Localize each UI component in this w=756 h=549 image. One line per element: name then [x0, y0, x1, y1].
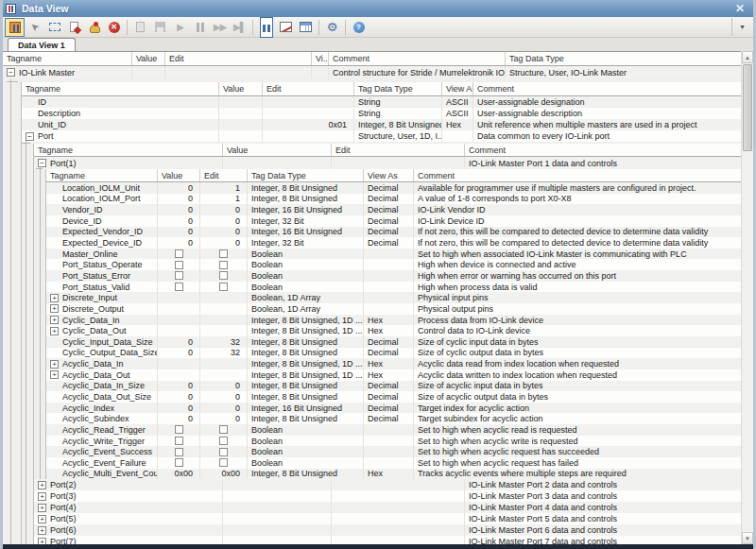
- table-row[interactable]: +Cyclic_Data_In Integer, 8 Bit Unsigned,…: [46, 315, 741, 326]
- table-row[interactable]: Cyclic_Output_Data_Size 0 32 Integer, 8 …: [46, 348, 741, 359]
- expand-icon[interactable]: +: [38, 526, 46, 535]
- table-row[interactable]: Acyclic_Event_Success Boolean Set to hig…: [46, 446, 741, 457]
- edit-cell[interactable]: [332, 157, 465, 169]
- edit-cell[interactable]: [200, 282, 248, 293]
- expand-icon[interactable]: +: [38, 538, 46, 544]
- scroll-up-icon[interactable]: ▲: [742, 51, 753, 63]
- table-row[interactable]: +Port(6) IO-Link Master Port 6 data and …: [34, 524, 741, 536]
- edit-cell[interactable]: [200, 270, 248, 282]
- edit-cell[interactable]: 0: [200, 204, 248, 215]
- table-row[interactable]: Acyclic_Event_Failure Boolean Set to hig…: [46, 457, 741, 469]
- edit-cell[interactable]: [200, 358, 248, 369]
- data-grid-view-button[interactable]: [256, 18, 276, 37]
- checkbox[interactable]: [175, 261, 183, 269]
- expand-icon[interactable]: +: [38, 515, 46, 523]
- table-row[interactable]: ID String ASCII User-assignable designat…: [22, 96, 741, 108]
- edit-cell[interactable]: [332, 513, 465, 524]
- table-row[interactable]: Acyclic_Write_Trigger Boolean Set to hig…: [46, 436, 741, 447]
- edit-cell[interactable]: 0: [200, 391, 248, 403]
- checkbox[interactable]: [175, 437, 183, 445]
- table-row[interactable]: +Port(4) IO-Link Master Port 4 data and …: [34, 502, 741, 513]
- table-row[interactable]: Acyclic_Multi_Event_Count 0x00 0x00 Inte…: [46, 469, 741, 480]
- edit-cell[interactable]: [332, 524, 465, 536]
- new-document-button[interactable]: [130, 18, 150, 37]
- table-row[interactable]: +Port(3) IO-Link Master Port 3 data and …: [34, 490, 741, 502]
- collapse-icon[interactable]: −: [26, 132, 34, 141]
- table-row[interactable]: Acyclic_Subindex 0 0 Integer, 8 Bit Unsi…: [46, 413, 741, 424]
- table-row[interactable]: Acyclic_Data_In_Size 0 0 Integer, 8 Bit …: [46, 381, 741, 392]
- table-row[interactable]: +Port(7) IO-Link Master Port 7 data and …: [34, 536, 741, 544]
- edit-cell[interactable]: 0: [200, 403, 248, 414]
- edit-cell[interactable]: [200, 292, 248, 303]
- table-row[interactable]: +Acyclic_Data_Out Integer, 8 Bit Unsigne…: [46, 369, 741, 381]
- edit-cell[interactable]: [200, 249, 248, 260]
- edit-cell[interactable]: 32: [200, 348, 248, 359]
- expand-icon[interactable]: +: [38, 481, 46, 489]
- checkbox[interactable]: [219, 283, 228, 291]
- table-row[interactable]: Vendor_ID 0 0 Integer, 16 Bit Unsigned D…: [46, 204, 741, 215]
- expand-icon[interactable]: +: [38, 504, 46, 512]
- table-row[interactable]: Acyclic_Index 0 0 Integer, 16 Bit Unsign…: [46, 403, 741, 414]
- table-row[interactable]: Port_Status_Error Boolean High when erro…: [46, 270, 741, 282]
- table-row[interactable]: +Discrete_Output Boolean, 1D Array Physi…: [46, 303, 741, 315]
- tab-data-view-1[interactable]: Data View 1: [8, 38, 76, 51]
- settings-button[interactable]: ⚙: [322, 18, 342, 37]
- table-row[interactable]: +Port(5) IO-Link Master Port 5 data and …: [34, 513, 741, 524]
- edit-cell[interactable]: 0: [200, 237, 248, 249]
- skip-to-end-button[interactable]: ▶▌: [230, 18, 249, 37]
- table-row[interactable]: Description String ASCII User-assignable…: [22, 108, 741, 119]
- table-row[interactable]: Master_Online Boolean Set to high when a…: [46, 249, 741, 260]
- stop-button[interactable]: ✕: [104, 18, 124, 37]
- edit-cell[interactable]: [263, 96, 354, 108]
- edit-cell[interactable]: [200, 303, 248, 315]
- table-row[interactable]: Location_IOLM_Port 0 1 Integer, 8 Bit Un…: [46, 194, 741, 205]
- data-view-button[interactable]: [5, 18, 25, 37]
- scroll-down-icon[interactable]: ▼: [742, 532, 753, 544]
- edit-cell[interactable]: [332, 502, 465, 513]
- checkbox[interactable]: [219, 437, 228, 445]
- edit-cell[interactable]: [200, 259, 248, 270]
- scrollbar-thumb[interactable]: [743, 64, 752, 151]
- edit-cell[interactable]: 1: [200, 182, 248, 194]
- play-button[interactable]: ▶: [170, 18, 190, 37]
- checkbox[interactable]: [175, 271, 183, 280]
- edit-cell[interactable]: [200, 457, 248, 469]
- alarm-button[interactable]: [84, 18, 104, 37]
- table-row[interactable]: +Acyclic_Data_In Integer, 8 Bit Unsigned…: [46, 358, 741, 369]
- export-document-button[interactable]: [64, 18, 84, 37]
- edit-cell[interactable]: [200, 424, 248, 436]
- checkbox[interactable]: [175, 448, 183, 456]
- checkbox[interactable]: [219, 249, 228, 258]
- edit-cell[interactable]: [332, 490, 465, 502]
- checkbox[interactable]: [219, 271, 228, 280]
- save-button[interactable]: [150, 18, 170, 37]
- pause-button[interactable]: [190, 18, 210, 37]
- table-row-port1[interactable]: −Port(1) IO-Link Master Port 1 data and …: [34, 157, 741, 169]
- table-row[interactable]: Port_Status_Valid Boolean High when proc…: [46, 282, 741, 293]
- table-row[interactable]: Cyclic_Input_Data_Size 0 32 Integer, 8 B…: [46, 336, 741, 348]
- selection-box-button[interactable]: [44, 18, 64, 37]
- chart-view-button[interactable]: [276, 18, 296, 37]
- expand-icon[interactable]: +: [50, 370, 59, 379]
- vertical-scrollbar[interactable]: ▲ ▼: [741, 51, 753, 544]
- table-row[interactable]: Expected_Vendor_ID 0 0 Integer, 16 Bit U…: [46, 227, 741, 238]
- edit-cell[interactable]: [263, 108, 354, 119]
- edit-cell[interactable]: [200, 369, 248, 381]
- table-row-iolink-master[interactable]: −IO-Link Master Control structure for St…: [3, 66, 741, 78]
- edit-cell[interactable]: 0: [200, 381, 248, 392]
- edit-cell[interactable]: 1: [200, 194, 248, 205]
- fast-forward-button[interactable]: ▶▶: [210, 18, 230, 37]
- edit-cell[interactable]: [200, 315, 248, 326]
- pointer-button[interactable]: ➤: [25, 18, 44, 37]
- edit-cell[interactable]: 0: [200, 215, 248, 227]
- expand-icon[interactable]: +: [38, 492, 46, 501]
- table-row[interactable]: +Discrete_Input Boolean, 1D Array Physic…: [46, 292, 741, 303]
- edit-cell[interactable]: [263, 130, 354, 142]
- table-row[interactable]: Device_ID 0 0 Integer, 32 Bit Decimal IO…: [46, 215, 741, 227]
- close-icon[interactable]: ✕: [735, 2, 745, 15]
- edit-cell[interactable]: [200, 436, 248, 447]
- edit-cell[interactable]: [165, 66, 312, 78]
- checkbox[interactable]: [175, 283, 183, 291]
- table-row-port[interactable]: −Port Structure, User, 1D, I... Data com…: [22, 130, 741, 142]
- checkbox[interactable]: [219, 425, 228, 434]
